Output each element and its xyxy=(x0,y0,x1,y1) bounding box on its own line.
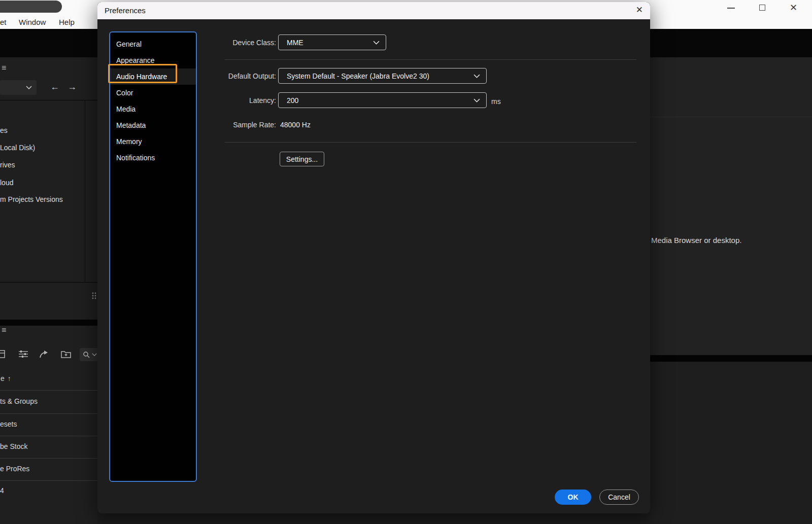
list-item[interactable]: Local Disk) xyxy=(0,144,35,152)
list-item[interactable]: 4 xyxy=(0,486,4,495)
sample-rate-label: Sample Rate: xyxy=(164,121,276,129)
sample-rate-value: 48000 Hz xyxy=(280,121,311,129)
source-select[interactable] xyxy=(0,80,37,95)
list-item[interactable]: esets xyxy=(0,420,17,428)
menu-item-truncated[interactable]: et xyxy=(0,18,7,26)
list-item[interactable]: ts & Groups xyxy=(0,397,38,405)
default-output-label: Default Output: xyxy=(164,72,276,80)
export-arrow-icon[interactable] xyxy=(39,349,49,359)
search-icon xyxy=(83,351,90,358)
maximize-icon[interactable] xyxy=(759,5,765,11)
sort-label[interactable]: e↑ xyxy=(1,374,11,382)
divider xyxy=(650,117,812,117)
latency-label: Latency: xyxy=(164,96,276,104)
sort-up-icon: ↑ xyxy=(8,374,11,382)
divider xyxy=(0,390,97,391)
divider xyxy=(0,100,97,100)
panel-separator-band xyxy=(650,355,812,362)
divider xyxy=(0,480,97,481)
minimize-icon[interactable] xyxy=(727,8,735,9)
device-class-value: MME xyxy=(287,39,303,47)
dialog-title: Preferences xyxy=(105,6,146,15)
annotation-highlight-box xyxy=(108,64,177,83)
menu-item-window[interactable]: Window xyxy=(19,18,46,26)
latency-select[interactable]: 200 xyxy=(278,92,487,108)
dialog-close-icon[interactable]: ✕ xyxy=(636,5,643,15)
latency-unit: ms xyxy=(491,97,501,106)
menu-item-help[interactable]: Help xyxy=(59,18,75,26)
workspace-pill[interactable] xyxy=(0,1,62,13)
list-item[interactable]: loud xyxy=(0,179,13,187)
chevron-down-icon xyxy=(26,86,32,89)
sort-label-text: e xyxy=(1,374,5,382)
latency-value: 200 xyxy=(287,96,298,104)
panel-menu-icon[interactable]: ≡ xyxy=(2,64,6,72)
chevron-down-icon xyxy=(473,74,480,78)
left-panel: ≡ ← → es Local Disk) rives loud m Projec… xyxy=(0,57,97,524)
device-class-label: Device Class: xyxy=(164,39,276,47)
import-hint-text: Media Browser or desktop. xyxy=(651,236,741,244)
category-notifications[interactable]: Notifications xyxy=(110,150,196,166)
default-output-select[interactable]: System Default - Speaker (Jabra Evolve2 … xyxy=(278,68,487,84)
lower-panel-area xyxy=(650,362,812,524)
preferences-dialog: Preferences ✕ General Appearance Audio H… xyxy=(97,2,650,513)
section-divider xyxy=(225,142,636,143)
chevron-down-icon xyxy=(92,353,97,356)
adjust-sliders-icon[interactable] xyxy=(18,349,28,359)
dialog-titlebar: Preferences ✕ xyxy=(97,2,650,19)
back-arrow-icon[interactable]: ← xyxy=(50,82,59,92)
list-item[interactable]: rives xyxy=(0,161,15,169)
screen: et Window Help ✕ ≡ ← → es Local Disk) ri… xyxy=(0,0,812,524)
list-item[interactable]: m Projects Versions xyxy=(0,195,63,203)
divider xyxy=(0,458,97,459)
list-item[interactable]: es xyxy=(0,126,8,134)
panel-menu-icon[interactable]: ≡ xyxy=(2,326,6,334)
divider xyxy=(0,436,97,436)
right-panel: Media Browser or desktop. xyxy=(650,57,812,524)
forward-arrow-icon[interactable]: → xyxy=(67,82,77,92)
cancel-button[interactable]: Cancel xyxy=(599,490,639,505)
default-output-value: System Default - Speaker (Jabra Evolve2 … xyxy=(287,72,429,80)
divider xyxy=(0,282,97,283)
chevron-down-icon xyxy=(373,41,380,45)
ok-button[interactable]: OK xyxy=(555,490,591,505)
clip-icon[interactable] xyxy=(0,349,6,359)
close-icon[interactable]: ✕ xyxy=(790,2,797,13)
section-divider xyxy=(225,59,636,60)
settings-button[interactable]: Settings... xyxy=(280,152,324,166)
device-class-select[interactable]: MME xyxy=(278,34,386,50)
category-memory[interactable]: Memory xyxy=(110,133,196,150)
chevron-down-icon xyxy=(473,98,480,102)
list-item[interactable]: be Stock xyxy=(0,442,27,450)
grip-handle-icon[interactable] xyxy=(91,292,97,300)
panel-edge xyxy=(85,100,85,283)
list-item[interactable]: e ProRes xyxy=(0,465,29,473)
divider xyxy=(0,413,97,414)
panel-separator-band xyxy=(0,320,97,326)
new-folder-icon[interactable] xyxy=(61,349,71,359)
